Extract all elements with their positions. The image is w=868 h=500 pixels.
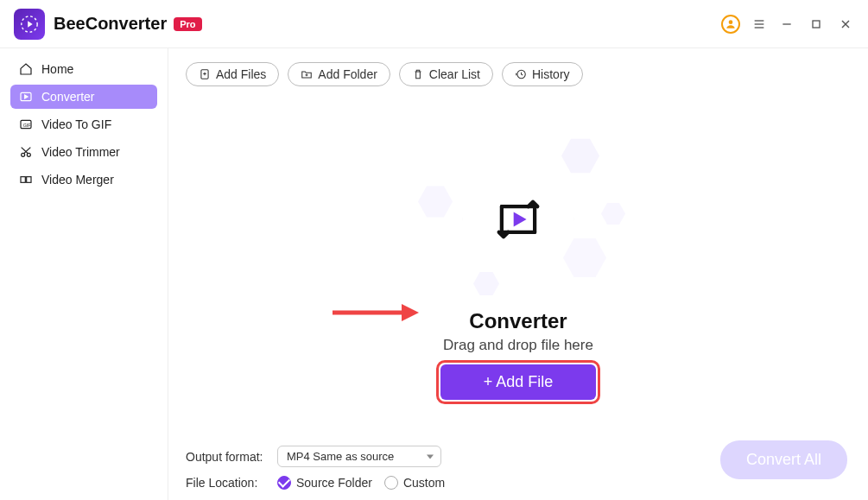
radio-checked-icon (277, 476, 291, 490)
sidebar-item-video-to-gif[interactable]: GIF Video To GIF (10, 112, 157, 136)
button-label: Clear List (429, 67, 480, 81)
svg-point-1 (729, 20, 733, 24)
sidebar-item-label: Video To GIF (41, 117, 111, 131)
svg-rect-14 (21, 177, 25, 183)
button-label: History (532, 67, 570, 81)
add-files-button[interactable]: Add Files (186, 62, 279, 86)
converter-icon (489, 190, 548, 249)
drop-title: Converter (469, 309, 567, 333)
svg-text:GIF: GIF (23, 123, 32, 128)
sidebar-item-converter[interactable]: Converter (10, 85, 157, 109)
drop-subtitle: Drag and drop file here (443, 337, 593, 354)
output-format-select[interactable]: MP4 Same as source (277, 446, 441, 467)
hamburger-menu-icon[interactable] (752, 17, 766, 31)
maximize-button[interactable] (808, 16, 825, 33)
pro-badge: Pro (174, 17, 201, 31)
sidebar: Home Converter GIF Video To GIF Video Tr… (0, 48, 168, 500)
user-avatar-icon[interactable] (721, 15, 740, 34)
button-label: Add Folder (318, 67, 377, 81)
sidebar-item-label: Video Merger (41, 173, 114, 187)
sidebar-item-video-merger[interactable]: Video Merger (10, 168, 157, 192)
drop-zone[interactable]: Converter Drag and drop file here + Add … (186, 86, 851, 446)
file-location-label: File Location: (186, 476, 267, 490)
output-format-label: Output format: (186, 450, 267, 464)
add-folder-button[interactable]: Add Folder (288, 62, 390, 86)
svg-rect-15 (27, 177, 31, 183)
radio-source-folder[interactable]: Source Folder (277, 476, 372, 490)
annotation-arrow-icon (328, 300, 423, 328)
svg-rect-6 (813, 21, 820, 28)
add-file-button[interactable]: + Add File (440, 364, 597, 400)
button-label: Add Files (216, 67, 266, 81)
radio-custom[interactable]: Custom (384, 476, 445, 490)
app-logo (14, 9, 45, 40)
radio-label: Custom (403, 476, 445, 490)
toolbar: Add Files Add Folder Clear List History (186, 62, 851, 86)
minimize-button[interactable] (778, 16, 795, 33)
close-button[interactable] (837, 16, 854, 33)
sidebar-item-label: Home (41, 62, 73, 76)
main-panel: Add Files Add Folder Clear List History (168, 48, 868, 500)
output-format-value: MP4 Same as source (287, 450, 394, 463)
sidebar-item-label: Converter (41, 90, 94, 104)
convert-all-button[interactable]: Convert All (720, 440, 847, 479)
sidebar-item-label: Video Trimmer (41, 145, 120, 159)
sidebar-item-video-trimmer[interactable]: Video Trimmer (10, 140, 157, 164)
history-button[interactable]: History (502, 62, 583, 86)
radio-unchecked-icon (384, 476, 398, 490)
sidebar-item-home[interactable]: Home (10, 57, 157, 81)
radio-label: Source Folder (296, 476, 372, 490)
drop-illustration (406, 133, 630, 306)
app-title: BeeConverter (54, 14, 167, 34)
clear-list-button[interactable]: Clear List (399, 62, 493, 86)
titlebar: BeeConverter Pro (0, 0, 868, 48)
